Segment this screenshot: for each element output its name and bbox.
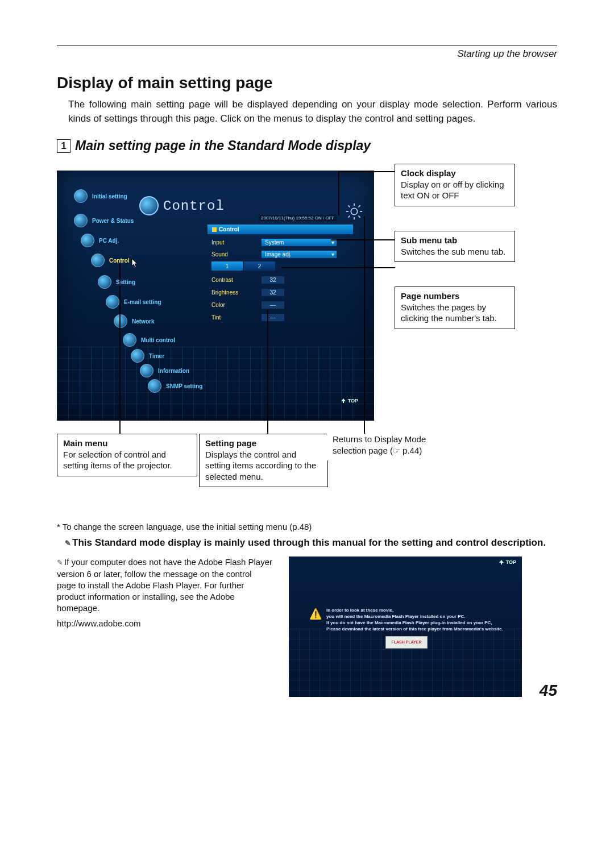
row-tint: Tint ---: [211, 312, 284, 322]
lead-returns: [364, 216, 365, 434]
submenu-tab[interactable]: Control: [208, 225, 353, 234]
sidebar-item-timer[interactable]: Timer: [131, 349, 164, 363]
pencil-icon: ✎: [57, 558, 63, 567]
tint-value[interactable]: ---: [262, 314, 284, 321]
flash-missing-screenshot: TOP ⚠️ In order to look at these movie, …: [289, 556, 522, 697]
sidebar-item-setting[interactable]: Setting: [98, 275, 135, 289]
warning-icon: ⚠️: [309, 608, 322, 620]
cursor-icon: [131, 258, 139, 268]
svg-line-5: [348, 206, 350, 207]
callout-clock: Clock display Display on or off by click…: [395, 164, 515, 206]
contrast-value[interactable]: 32: [262, 276, 284, 284]
page-title: Display of main setting page: [57, 74, 557, 92]
top-return-link[interactable]: TOP: [341, 398, 358, 404]
sidebar-item-snmp[interactable]: SNMP setting: [148, 379, 202, 393]
display-mode-icon[interactable]: [343, 200, 366, 223]
svg-line-8: [358, 206, 360, 207]
lead-mainmenu: [119, 263, 121, 434]
row-contrast: Contrast 32: [211, 275, 284, 285]
adobe-url: http://www.adobe.com: [57, 618, 273, 629]
lead-clock: [338, 171, 395, 172]
row-color: Color ---: [211, 300, 284, 310]
sound-select[interactable]: Image adj.: [262, 251, 337, 258]
row-input: Input System: [211, 237, 337, 247]
control-header-title: Control: [163, 198, 225, 214]
top-return-link-mini[interactable]: TOP: [499, 559, 516, 565]
section-header: Starting up the browser: [57, 48, 557, 60]
lead-submenu: [331, 239, 395, 240]
get-flash-player-button[interactable]: FLASH PLAYER: [385, 636, 428, 649]
row-brightness: Brightness 32: [211, 287, 284, 297]
page-number: 45: [540, 682, 557, 700]
lead-setting: [267, 310, 268, 434]
projector-ui-screenshot: Control 2007/10/11(Thu) 19:55:52 ON / OF…: [57, 171, 374, 421]
svg-line-7: [348, 216, 350, 218]
top-arrow-icon: [341, 398, 346, 404]
brightness-value[interactable]: 32: [262, 289, 284, 296]
lead-pagenums: [281, 267, 395, 268]
svg-point-0: [351, 209, 357, 215]
sidebar-item-power-status[interactable]: Power & Status: [74, 214, 134, 227]
sidebar-item-email[interactable]: E-mail setting: [106, 295, 161, 309]
sidebar-item-multi-control[interactable]: Multi control: [123, 333, 175, 347]
input-select[interactable]: System: [262, 239, 337, 246]
intro-paragraph: The following main setting page will be …: [68, 98, 557, 126]
sidebar-item-pc-adj[interactable]: PC Adj.: [81, 234, 119, 247]
flash-note: ✎If your computer does not have the Adob…: [57, 556, 273, 614]
color-value[interactable]: ---: [262, 301, 284, 309]
flash-message-text: In order to look at these movie, you wil…: [326, 608, 503, 632]
footnote-language: * To change the screen language, use the…: [57, 522, 557, 531]
control-header: Control: [139, 196, 225, 215]
top-arrow-icon: [499, 559, 504, 565]
standard-mode-note: ✎This Standard mode display is mainly us…: [76, 537, 557, 549]
callout-returns: Returns to Display Mode selection page (…: [327, 434, 441, 460]
page-tab-2[interactable]: 2: [244, 261, 275, 271]
subhead-number-box: 1: [57, 139, 70, 153]
callout-submenu: Sub menu tab Switches the sub menu tab.: [395, 231, 515, 262]
subhead-text: Main setting page in the Standard Mode d…: [75, 138, 371, 153]
control-header-icon: [139, 196, 159, 215]
annotated-figure: Control 2007/10/11(Thu) 19:55:52 ON / OF…: [57, 164, 557, 505]
callout-settingpage: Setting page Displays the control and se…: [199, 434, 328, 487]
sidebar-item-control[interactable]: Control: [91, 254, 130, 267]
row-sound: Sound Image adj.: [211, 249, 337, 259]
callout-mainmenu: Main menu For selection of control and s…: [57, 434, 197, 476]
callout-pagenums: Page numbers Switches the pages by click…: [395, 286, 515, 329]
sidebar-item-initial-setting[interactable]: Initial setting: [74, 189, 127, 203]
svg-line-6: [358, 216, 360, 218]
sidebar-item-information[interactable]: Information: [140, 364, 189, 377]
submenu-dot-icon: [212, 227, 217, 232]
clock-display-text[interactable]: 2007/10/11(Thu) 19:55:52 ON / OFF: [259, 215, 337, 221]
submenu-label: Control: [219, 226, 239, 232]
ui-grid-bg: [57, 347, 374, 421]
subheading: 1 Main setting page in the Standard Mode…: [57, 138, 557, 153]
page-tab-1[interactable]: 1: [211, 261, 243, 271]
page-tabs: 1 2: [211, 261, 275, 271]
pencil-icon: ✎: [65, 539, 71, 547]
